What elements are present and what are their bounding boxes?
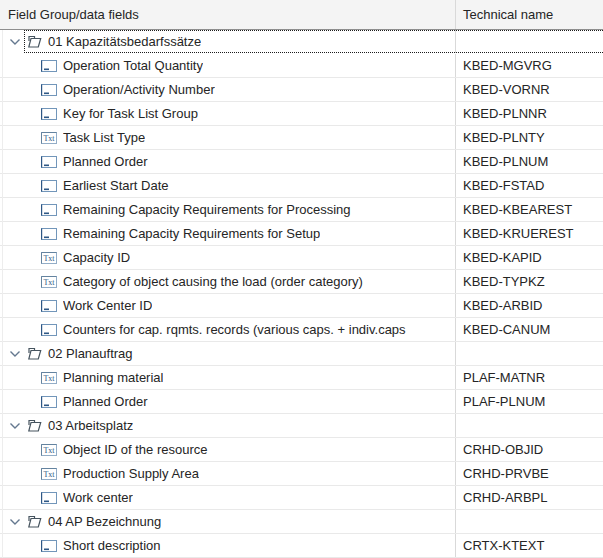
technical-name: KBED-VORNR — [463, 82, 550, 97]
tree-row-group[interactable]: 02 Planauftrag — [0, 342, 603, 366]
tree-row-field[interactable]: Counters for cap. rqmts. records (variou… — [0, 318, 603, 342]
technical-name: KBED-KAPID — [463, 250, 542, 265]
tree-row-field[interactable]: TxtObject ID of the resourceCRHD-OBJID — [0, 438, 603, 462]
svg-text:Txt: Txt — [43, 374, 55, 383]
field-group-cell: 03 Arbeitsplatz — [0, 414, 456, 437]
technical-name: CRHD-PRVBE — [463, 466, 549, 481]
technical-name-cell: CRHD-PRVBE — [456, 462, 603, 485]
tree-row-group[interactable]: 04 AP Bezeichnung — [0, 510, 603, 534]
technical-name-cell: KBED-CANUM — [456, 318, 603, 341]
technical-name: KBED-CANUM — [463, 322, 550, 337]
chevron-down-icon[interactable] — [8, 35, 22, 49]
tree-row-field[interactable]: Remaining Capacity Requirements for Setu… — [0, 222, 603, 246]
field-label: Category of object causing the load (ord… — [63, 274, 363, 289]
group-label: 01 Kapazitätsbedarfssätze — [48, 34, 201, 49]
field-label: Work Center ID — [63, 298, 152, 313]
technical-name: KBED-TYPKZ — [463, 274, 545, 289]
text-field-icon: Txt — [41, 252, 57, 264]
column-header-technical-name[interactable]: Technical name — [456, 0, 603, 29]
open-folder-icon — [26, 514, 43, 530]
technical-name: CRTX-KTEXT — [463, 538, 544, 553]
field-group-cell: TxtProduction Supply Area — [0, 462, 456, 485]
field-label: Production Supply Area — [63, 466, 199, 481]
table-body: 01 KapazitätsbedarfssätzeOperation Total… — [0, 30, 603, 558]
field-label: Planning material — [63, 370, 163, 385]
input-field-icon — [41, 108, 57, 120]
tree-row-field[interactable]: TxtCategory of object causing the load (… — [0, 270, 603, 294]
field-group-cell: Counters for cap. rqmts. records (variou… — [0, 318, 456, 341]
field-group-cell: Earliest Start Date — [0, 174, 456, 197]
tree-row-field[interactable]: Remaining Capacity Requirements for Proc… — [0, 198, 603, 222]
chevron-down-icon[interactable] — [8, 347, 22, 361]
chevron-down-icon[interactable] — [8, 515, 22, 529]
text-field-icon: Txt — [41, 276, 57, 288]
field-group-tree-table: Field Group/data fields Technical name 0… — [0, 0, 603, 558]
technical-name: KBED-PLNNR — [463, 106, 547, 121]
technical-name-cell: KBED-TYPKZ — [456, 270, 603, 293]
tree-row-field[interactable]: TxtCapacity IDKBED-KAPID — [0, 246, 603, 270]
field-label: Counters for cap. rqmts. records (variou… — [63, 322, 406, 337]
technical-name-cell — [456, 342, 603, 365]
input-field-icon — [41, 492, 57, 504]
field-group-cell: Work center — [0, 486, 456, 509]
open-folder-icon — [26, 34, 43, 50]
text-field-icon: Txt — [41, 132, 57, 144]
tree-row-field[interactable]: TxtProduction Supply AreaCRHD-PRVBE — [0, 462, 603, 486]
input-field-icon — [41, 300, 57, 312]
field-label: Remaining Capacity Requirements for Proc… — [63, 202, 351, 217]
field-group-cell: 02 Planauftrag — [0, 342, 456, 365]
column-header-field-group[interactable]: Field Group/data fields — [0, 0, 456, 29]
technical-name: KBED-KBEAREST — [463, 202, 572, 217]
chevron-down-icon[interactable] — [8, 419, 22, 433]
svg-text:Txt: Txt — [43, 470, 55, 479]
field-label: Work center — [63, 490, 133, 505]
technical-name-cell — [456, 510, 603, 533]
tree-row-field[interactable]: Operation Total QuantityKBED-MGVRG — [0, 54, 603, 78]
field-label: Object ID of the resource — [63, 442, 208, 457]
tree-row-field[interactable]: Key for Task List GroupKBED-PLNNR — [0, 102, 603, 126]
group-label: 03 Arbeitsplatz — [48, 418, 133, 433]
tree-row-field[interactable]: Operation/Activity NumberKBED-VORNR — [0, 78, 603, 102]
text-field-icon: Txt — [41, 444, 57, 456]
tree-row-field[interactable]: Planned OrderKBED-PLNUM — [0, 150, 603, 174]
open-folder-icon — [26, 346, 43, 362]
tree-row-field[interactable]: TxtPlanning materialPLAF-MATNR — [0, 366, 603, 390]
tree-row-field[interactable]: Work centerCRHD-ARBPL — [0, 486, 603, 510]
tree-row-group[interactable]: 01 Kapazitätsbedarfssätze — [0, 30, 603, 54]
tree-row-field[interactable]: TxtTask List TypeKBED-PLNTY — [0, 126, 603, 150]
technical-name: PLAF-PLNUM — [463, 394, 545, 409]
svg-text:Txt: Txt — [43, 254, 55, 263]
technical-name: KBED-MGVRG — [463, 58, 552, 73]
tree-row-field[interactable]: Short descriptionCRTX-KTEXT — [0, 534, 603, 558]
technical-name-cell: KBED-VORNR — [456, 78, 603, 101]
field-group-cell: Remaining Capacity Requirements for Proc… — [0, 198, 456, 221]
technical-name: CRHD-OBJID — [463, 442, 543, 457]
field-label: Capacity ID — [63, 250, 130, 265]
technical-name-cell: CRTX-KTEXT — [456, 534, 603, 557]
field-label: Planned Order — [63, 394, 148, 409]
svg-text:Txt: Txt — [43, 278, 55, 287]
tree-row-field[interactable]: Earliest Start DateKBED-FSTAD — [0, 174, 603, 198]
field-group-cell: Work Center ID — [0, 294, 456, 317]
technical-name-cell: CRHD-ARBPL — [456, 486, 603, 509]
tree-row-group[interactable]: 03 Arbeitsplatz — [0, 414, 603, 438]
technical-name-cell: KBED-KBEAREST — [456, 198, 603, 221]
field-group-cell: Remaining Capacity Requirements for Setu… — [0, 222, 456, 245]
field-group-cell: 04 AP Bezeichnung — [0, 510, 456, 533]
tree-row-field[interactable]: Planned OrderPLAF-PLNUM — [0, 390, 603, 414]
group-label: 04 AP Bezeichnung — [48, 514, 161, 529]
column-header-label: Technical name — [463, 7, 553, 22]
field-group-cell: Planned Order — [0, 150, 456, 173]
column-header-label: Field Group/data fields — [8, 7, 139, 22]
technical-name-cell: KBED-PLNUM — [456, 150, 603, 173]
input-field-icon — [41, 204, 57, 216]
text-field-icon: Txt — [41, 372, 57, 384]
technical-name: KBED-PLNTY — [463, 130, 545, 145]
table-header-row: Field Group/data fields Technical name — [0, 0, 603, 30]
technical-name-cell: KBED-KRUEREST — [456, 222, 603, 245]
technical-name: KBED-KRUEREST — [463, 226, 574, 241]
tree-row-field[interactable]: Work Center IDKBED-ARBID — [0, 294, 603, 318]
field-label: Remaining Capacity Requirements for Setu… — [63, 226, 320, 241]
field-group-cell: TxtCategory of object causing the load (… — [0, 270, 456, 293]
field-group-cell: TxtPlanning material — [0, 366, 456, 389]
